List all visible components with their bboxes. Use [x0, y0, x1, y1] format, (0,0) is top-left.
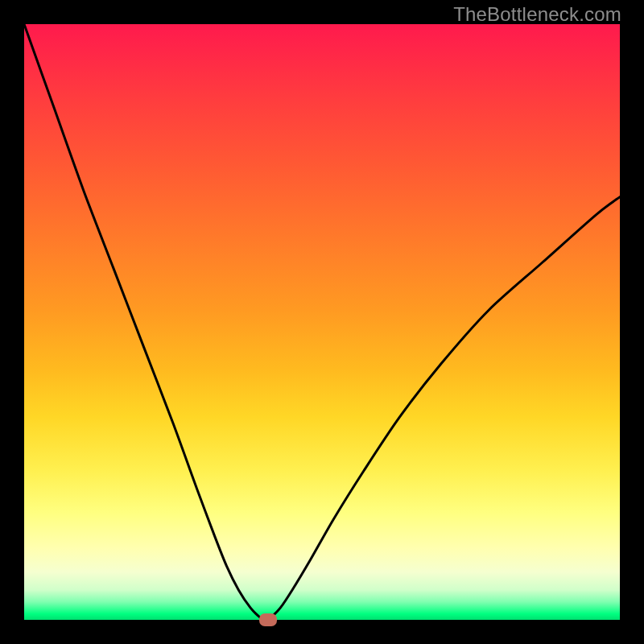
- bottleneck-curve: [24, 24, 620, 620]
- plot-area: [24, 24, 620, 620]
- watermark-text: TheBottleneck.com: [453, 3, 621, 26]
- minimum-marker: [259, 613, 277, 626]
- chart-frame: TheBottleneck.com: [0, 0, 644, 644]
